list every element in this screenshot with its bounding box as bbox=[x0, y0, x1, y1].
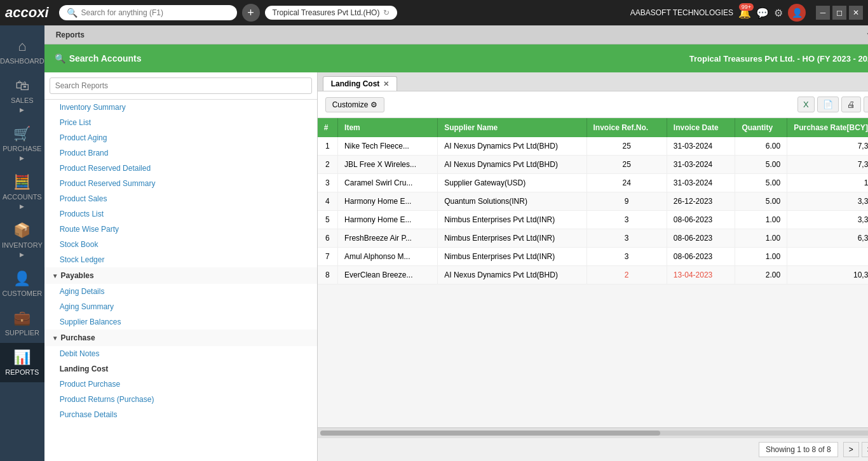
report-item-products-list[interactable]: Products List bbox=[44, 206, 317, 222]
cell-num: 3 bbox=[318, 174, 338, 192]
global-search-input[interactable] bbox=[81, 8, 229, 17]
pagination-info: Showing 1 to 8 of 8 bbox=[759, 442, 838, 457]
report-item-debit-notes[interactable]: Debit Notes bbox=[44, 346, 317, 361]
table-row: 7 Amul Alphonso M... Nimbus Enterprises … bbox=[318, 248, 868, 266]
email-button[interactable]: ✉ bbox=[864, 97, 868, 112]
cell-num: 5 bbox=[318, 211, 338, 229]
sidebar-label-customer: CUSTOMER bbox=[2, 290, 42, 297]
sidebar-item-sales[interactable]: 🛍 SALES ▶ bbox=[0, 71, 44, 119]
restore-button[interactable]: ◻ bbox=[832, 6, 846, 20]
export-pdf-button[interactable]: 📄 bbox=[817, 97, 839, 112]
report-list: Inventory Summary Price List Product Agi… bbox=[44, 100, 317, 461]
table-wrapper: # Item Supplier Name Invoice Ref.No. Inv… bbox=[318, 118, 868, 427]
report-item-route-wise-party[interactable]: Route Wise Party bbox=[44, 222, 317, 237]
cell-num: 8 bbox=[318, 266, 338, 284]
next-page-button[interactable]: > bbox=[843, 442, 859, 457]
report-item-aging-summary[interactable]: Aging Summary bbox=[44, 299, 317, 314]
close-button[interactable]: ✕ bbox=[849, 6, 863, 20]
tab-action-arrow-icon[interactable]: ▼ bbox=[865, 30, 868, 40]
report-item-product-brand[interactable]: Product Brand bbox=[44, 145, 317, 161]
search-accounts-label: Search Accounts bbox=[69, 53, 142, 63]
customer-icon: 👤 bbox=[13, 271, 31, 287]
payables-section-header[interactable]: ▼ Payables bbox=[44, 267, 317, 284]
report-item-stock-book[interactable]: Stock Book bbox=[44, 237, 317, 252]
report-item-product-sales[interactable]: Product Sales bbox=[44, 191, 317, 206]
sidebar-label-accounts: ACCOUNTS bbox=[3, 193, 42, 201]
report-item-purchase-details[interactable]: Purchase Details bbox=[44, 407, 317, 422]
sidebar-item-customer[interactable]: 👤 CUSTOMER bbox=[0, 264, 44, 304]
global-search-box[interactable]: 🔍 bbox=[59, 5, 237, 20]
landing-cost-tab-close-icon[interactable]: ✕ bbox=[383, 80, 389, 88]
report-item-stock-ledger[interactable]: Stock Ledger bbox=[44, 252, 317, 267]
window-controls: ─ ◻ ✕ bbox=[816, 6, 863, 20]
customize-label: Customize bbox=[332, 100, 369, 109]
horizontal-scrollbar[interactable] bbox=[318, 427, 868, 438]
landing-cost-table: # Item Supplier Name Invoice Ref.No. Inv… bbox=[318, 118, 868, 284]
cell-ref: 2 bbox=[587, 266, 667, 284]
table-row: 3 Caramel Swirl Cru... Supplier Gateway(… bbox=[318, 174, 868, 192]
cell-supplier: Nimbus Enterprises Pvt Ltd(INR) bbox=[438, 248, 587, 266]
add-button[interactable]: + bbox=[242, 4, 260, 22]
report-item-landing-cost[interactable]: Landing Cost bbox=[44, 361, 317, 377]
scrollbar-thumb[interactable] bbox=[320, 431, 660, 436]
company-name: Tropical Treasures Pvt Ltd.(HO) bbox=[273, 8, 380, 17]
cell-item: FreshBreeze Air P... bbox=[338, 229, 438, 248]
notifications-button[interactable]: 🔔 99+ bbox=[738, 7, 751, 19]
reports-tab-label[interactable]: Reports bbox=[50, 30, 91, 39]
last-page-button[interactable]: >> bbox=[862, 442, 868, 457]
cell-ref: 25 bbox=[587, 156, 667, 174]
report-item-product-returns-purchase[interactable]: Product Returns (Purchase) bbox=[44, 392, 317, 407]
reports-icon: 📊 bbox=[13, 349, 31, 366]
avatar[interactable]: 👤 bbox=[788, 4, 806, 22]
customize-button[interactable]: Customize ⚙ bbox=[325, 97, 385, 112]
cell-num: 6 bbox=[318, 229, 338, 248]
payables-section-label: Payables bbox=[61, 271, 94, 280]
search-accounts-icon: 🔍 bbox=[55, 53, 65, 63]
cell-rate: 6,300.0 bbox=[787, 229, 868, 248]
sidebar-item-reports[interactable]: 📊 REPORTS bbox=[0, 343, 44, 382]
cell-supplier: AI Nexus Dynamics Pvt Ltd(BHD) bbox=[438, 156, 587, 174]
cell-item: Harmony Home E... bbox=[338, 192, 438, 211]
export-excel-button[interactable]: X bbox=[797, 97, 815, 112]
purchase-collapse-icon: ▼ bbox=[52, 335, 58, 342]
search-accounts-button[interactable]: 🔍 Search Accounts bbox=[55, 53, 142, 63]
cell-ref: 24 bbox=[587, 174, 667, 192]
report-item-product-reserved-summary[interactable]: Product Reserved Summary bbox=[44, 176, 317, 191]
report-item-product-purchase[interactable]: Product Purchase bbox=[44, 377, 317, 392]
cell-ref: 9 bbox=[587, 192, 667, 211]
purchase-section-header[interactable]: ▼ Purchase bbox=[44, 330, 317, 346]
cell-ref: 3 bbox=[587, 211, 667, 229]
report-item-supplier-balances[interactable]: Supplier Balances bbox=[44, 314, 317, 330]
search-reports-input[interactable] bbox=[50, 77, 312, 94]
print-button[interactable]: 🖨 bbox=[841, 97, 861, 112]
sidebar-item-accounts[interactable]: 🧮 ACCOUNTS ▶ bbox=[0, 168, 44, 216]
col-date: Invoice Date bbox=[667, 118, 735, 137]
sidebar-item-dashboard[interactable]: ⌂ DASHBOARD bbox=[0, 32, 44, 71]
report-item-product-aging[interactable]: Product Aging bbox=[44, 130, 317, 145]
report-item-price-list[interactable]: Price List bbox=[44, 115, 317, 130]
settings-button[interactable]: ⚙ bbox=[774, 7, 783, 19]
top-right-area: AABASOFT TECHNOLOGIES 🔔 99+ 💬 ⚙ 👤 ─ ◻ ✕ bbox=[630, 4, 863, 22]
minimize-button[interactable]: ─ bbox=[816, 6, 830, 20]
report-item-aging-details[interactable]: Aging Details bbox=[44, 284, 317, 299]
sidebar-item-supplier[interactable]: 💼 SUPPLIER bbox=[0, 304, 44, 343]
cell-date: 26-12-2023 bbox=[667, 192, 735, 211]
sidebar-item-purchase[interactable]: 🛒 PURCHASE ▶ bbox=[0, 119, 44, 168]
supplier-icon: 💼 bbox=[13, 310, 31, 326]
refresh-icon[interactable]: ↻ bbox=[383, 8, 390, 17]
cell-item: Harmony Home E... bbox=[338, 211, 438, 229]
messages-button[interactable]: 💬 bbox=[756, 7, 769, 19]
sidebar-item-inventory[interactable]: 📦 INVENTORY ▶ bbox=[0, 216, 44, 264]
cell-rate: 10,383.1 bbox=[787, 266, 868, 284]
report-item-inventory-summary[interactable]: Inventory Summary bbox=[44, 100, 317, 115]
landing-cost-tab[interactable]: Landing Cost ✕ bbox=[323, 76, 398, 91]
panel-layout: Inventory Summary Price List Product Agi… bbox=[44, 72, 868, 461]
company-selector[interactable]: Tropical Treasures Pvt Ltd.(HO) ↻ bbox=[265, 6, 398, 20]
cell-supplier: Nimbus Enterprises Pvt Ltd(INR) bbox=[438, 211, 587, 229]
cell-qty: 1.00 bbox=[735, 211, 787, 229]
report-item-product-reserved-detailed[interactable]: Product Reserved Detailed bbox=[44, 161, 317, 176]
search-icon: 🔍 bbox=[67, 8, 78, 18]
sidebar-label-purchase: PURCHASE bbox=[3, 145, 41, 152]
col-qty: Quantity bbox=[735, 118, 787, 137]
table-row: 1 Nike Tech Fleece... AI Nexus Dynamics … bbox=[318, 137, 868, 156]
